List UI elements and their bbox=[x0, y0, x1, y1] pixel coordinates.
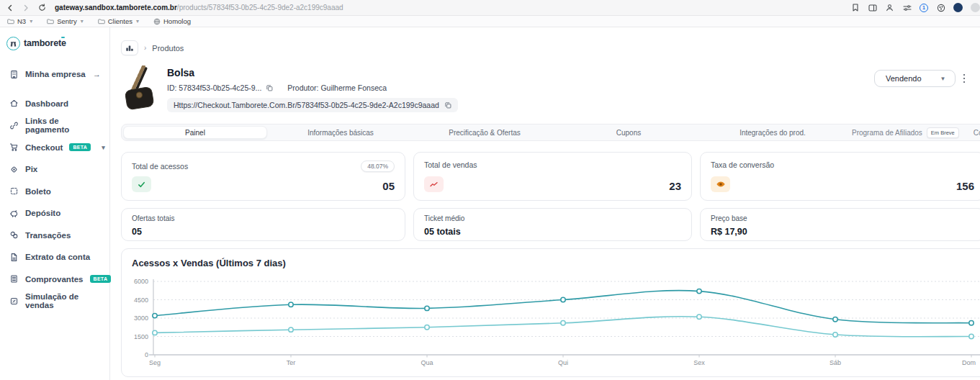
brand-name: tamborete bbox=[24, 38, 66, 48]
bookmark-homolog[interactable]: Homolog bbox=[153, 17, 191, 25]
chevron-down-icon: ▾ bbox=[30, 18, 32, 24]
sidebar-item-label: Depósito bbox=[25, 209, 60, 217]
pix-icon bbox=[9, 164, 19, 174]
product-id: ID: 57834f53-0b25-4c25-9... bbox=[167, 83, 261, 92]
sidebar-item-links-de-pagamento[interactable]: Links de pagamento bbox=[0, 114, 109, 137]
sidebar-item-boleto[interactable]: Boleto bbox=[0, 181, 109, 203]
link-icon bbox=[9, 120, 19, 130]
card-value: R$ 17,90 bbox=[711, 227, 974, 237]
card-label: Preço base bbox=[711, 214, 974, 222]
sidebar-item-transacoes[interactable]: Transações bbox=[0, 225, 109, 247]
chart-title: Acessos x Vendas (Últimos 7 dias) bbox=[122, 258, 980, 268]
boleto-icon bbox=[9, 186, 19, 196]
svg-text:4500: 4500 bbox=[134, 297, 148, 304]
card-label: Taxa de conversão bbox=[711, 160, 774, 169]
profile-icon[interactable] bbox=[885, 3, 894, 12]
kebab-menu-icon[interactable] bbox=[961, 72, 968, 86]
sidebar-item-label: Links de pagamento bbox=[25, 117, 101, 134]
sidebar: tamborete Minha empresa → Dashboard bbox=[0, 27, 110, 380]
trend-icon bbox=[424, 176, 444, 192]
sidebar-item-minha-empresa[interactable]: Minha empresa → bbox=[0, 63, 109, 86]
url-host: gateway.sandbox.tamborete.com.br bbox=[55, 4, 177, 12]
card-label: Total de acessos bbox=[132, 162, 188, 171]
sidebar-item-label: Minha empresa bbox=[25, 70, 86, 78]
bookmark-label: Homolog bbox=[163, 17, 191, 25]
edge-avatar[interactable] bbox=[971, 3, 980, 12]
forward-icon[interactable] bbox=[22, 4, 30, 12]
main-content: › Produtos Bolsa bbox=[110, 27, 980, 380]
card-taxa-conversao: Taxa de conversão 156 bbox=[700, 152, 980, 201]
card-value: 05 totais bbox=[424, 227, 681, 237]
tab-cupons[interactable]: Cupons bbox=[557, 125, 701, 140]
tab-programa-afiliados[interactable]: Programa de Afiliados Em Breve bbox=[845, 125, 966, 140]
bookmark-label: Clientes bbox=[108, 17, 132, 25]
checkout-url-chip[interactable]: Https://Checkout.Tamborete.Com.Br/57834f… bbox=[167, 98, 458, 112]
tab-coproducoes[interactable]: Coproduções Em Breve bbox=[966, 125, 980, 140]
breadcrumb-section[interactable]: Produtos bbox=[152, 44, 184, 53]
browser-avatar[interactable] bbox=[953, 3, 963, 12]
folder-icon bbox=[47, 18, 54, 24]
sidebar-item-checkout[interactable]: Checkout BETA ▾ bbox=[0, 137, 109, 159]
card-value: 05 bbox=[132, 227, 395, 237]
reload-icon[interactable] bbox=[37, 4, 46, 12]
chevron-down-icon: ▾ bbox=[81, 18, 84, 24]
back-icon[interactable] bbox=[6, 4, 14, 12]
line-chart: 01500300045006000SegTerQuaQuiSexSábDom bbox=[122, 274, 980, 372]
side-panel-icon[interactable] bbox=[868, 3, 877, 12]
copy-url-icon[interactable] bbox=[444, 101, 451, 109]
card-preco-base: Preço base R$ 17,90 bbox=[700, 208, 980, 241]
sidebar-item-extrato-da-conta[interactable]: Extrato da conta bbox=[0, 246, 109, 268]
tab-integracoes[interactable]: Integrações do prod. bbox=[701, 125, 845, 140]
svg-text:6000: 6000 bbox=[134, 278, 148, 285]
extension-icon[interactable]: 1 bbox=[920, 4, 928, 12]
cookie-icon[interactable] bbox=[936, 3, 945, 12]
status-select[interactable]: Vendendo ▼ bbox=[874, 70, 955, 87]
copy-id-icon[interactable] bbox=[266, 84, 273, 91]
checkout-url: Https://Checkout.Tamborete.Com.Br/57834f… bbox=[174, 101, 439, 109]
sidebar-item-label: Transações bbox=[25, 231, 71, 240]
svg-text:Qua: Qua bbox=[421, 359, 433, 366]
sidebar-item-comprovantes[interactable]: Comprovantes BETA bbox=[0, 268, 109, 291]
svg-text:Seg: Seg bbox=[149, 359, 161, 366]
card-label: Ofertas totais bbox=[132, 214, 395, 222]
sidebar-item-pix[interactable]: Pix bbox=[0, 158, 109, 181]
screen: gateway.sandbox.tamborete.com.br/product… bbox=[0, 0, 980, 380]
podium-icon bbox=[125, 44, 134, 52]
bookmark-folder-n3[interactable]: N3 ▾ bbox=[7, 17, 32, 25]
card-label: Ticket médio bbox=[424, 214, 681, 222]
svg-text:Qui: Qui bbox=[558, 359, 568, 366]
breadcrumb: › Produtos bbox=[121, 40, 980, 55]
card-ofertas-totais: Ofertas totais 05 bbox=[121, 208, 405, 241]
url-bar[interactable]: gateway.sandbox.tamborete.com.br/product… bbox=[55, 4, 343, 12]
tab-precificacao-ofertas[interactable]: Precificação & Ofertas bbox=[413, 125, 557, 140]
eye-icon bbox=[711, 176, 730, 192]
svg-text:1500: 1500 bbox=[134, 333, 148, 340]
beta-badge: BETA bbox=[90, 275, 112, 283]
card-ticket-medio: Ticket médio 05 totais bbox=[413, 208, 692, 241]
home-icon bbox=[9, 99, 19, 109]
sidebar-menu: Minha empresa → Dashboard Links de pagam… bbox=[0, 63, 109, 312]
bookmark-folder-sentry[interactable]: Sentry ▾ bbox=[47, 17, 83, 25]
check-icon bbox=[132, 176, 151, 192]
bookmark-folder-clientes[interactable]: Clientes ▾ bbox=[98, 17, 139, 25]
product-title: Bolsa bbox=[167, 67, 458, 78]
browser-toolbar: gateway.sandbox.tamborete.com.br/product… bbox=[0, 0, 980, 16]
svg-text:Dom: Dom bbox=[962, 359, 976, 366]
url-path: /products/57834f53-0b25-4c25-9de2-a2c199… bbox=[177, 4, 343, 12]
tab-informacoes-basicas[interactable]: Informações básicas bbox=[269, 125, 413, 140]
chevron-down-icon: ▾ bbox=[102, 144, 105, 151]
folder-icon bbox=[98, 18, 105, 24]
bookmarks-bar: N3 ▾ Sentry ▾ Clientes ▾ Homolog bbox=[0, 16, 980, 27]
sidebar-item-label: Boleto bbox=[25, 187, 51, 196]
bookmark-icon[interactable] bbox=[850, 3, 860, 12]
chevron-down-icon: ▾ bbox=[136, 18, 139, 24]
tab-painel[interactable]: Painel bbox=[123, 126, 267, 139]
tune-icon[interactable] bbox=[902, 3, 912, 12]
products-home-button[interactable] bbox=[121, 40, 138, 55]
chevron-down-icon: ▼ bbox=[940, 76, 946, 82]
sidebar-item-dashboard[interactable]: Dashboard bbox=[0, 93, 109, 115]
card-total-vendas: Total de vendas 23 bbox=[413, 152, 692, 201]
sidebar-item-label: Pix bbox=[25, 165, 37, 173]
sidebar-item-deposito[interactable]: Depósito bbox=[0, 202, 109, 225]
sidebar-item-simulacao-de-vendas[interactable]: Simulação de vendas bbox=[0, 290, 109, 312]
